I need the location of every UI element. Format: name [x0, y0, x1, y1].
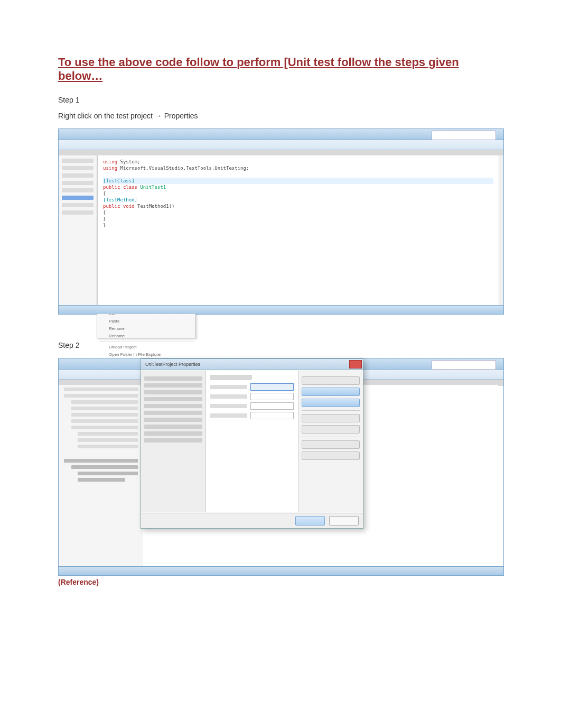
context-menu-item[interactable]: Unload Project	[97, 344, 195, 351]
solution-explorer[interactable]	[59, 385, 144, 567]
dialog-section-title	[210, 375, 252, 380]
dialog-nav-item[interactable]	[144, 397, 202, 401]
assembly-name-input[interactable]	[250, 383, 294, 391]
context-menu-item[interactable]: Open Folder in File Explorer	[97, 351, 195, 358]
step-1-desc: Right click on the test project → Proper…	[58, 112, 503, 120]
code-attribute: [TestClass]	[103, 178, 135, 183]
icon-manifest-button[interactable]	[302, 414, 360, 422]
assembly-info-button[interactable]	[302, 376, 360, 385]
dialog-footer	[141, 513, 363, 528]
step-1-label: Step 1	[58, 96, 503, 104]
code-text: }	[103, 216, 493, 222]
dialog-nav-item[interactable]	[144, 376, 202, 381]
screenshot-ide-properties-dialog: UnitTestProject Properties	[58, 358, 504, 576]
project-properties-dialog: UnitTestProject Properties	[141, 358, 363, 529]
target-framework-label	[210, 404, 247, 408]
close-button[interactable]	[349, 360, 362, 368]
dialog-nav-item[interactable]	[144, 411, 202, 415]
dialog-nav-item[interactable]	[144, 390, 202, 394]
namespace-label	[210, 394, 247, 399]
dialog-right-panel	[298, 371, 363, 512]
output-type-combo[interactable]	[250, 412, 294, 419]
code-keyword: public class	[103, 185, 137, 190]
assembly-name-label	[210, 385, 247, 389]
target-framework-combo[interactable]	[250, 402, 294, 410]
annotation-text: (Reference)	[58, 578, 503, 586]
ide-status-bar	[59, 305, 503, 314]
dialog-nav-item[interactable]	[144, 425, 202, 429]
ide-status-bar	[59, 566, 503, 575]
project-node-selected[interactable]	[62, 196, 94, 200]
code-text: {	[103, 190, 493, 197]
ok-button[interactable]	[295, 516, 325, 526]
dialog-main-panel	[206, 371, 298, 512]
code-text: }	[103, 222, 493, 228]
code-text: Microsoft.VisualStudio.TestTools.UnitTes…	[117, 165, 249, 171]
ide-menu-bar	[59, 140, 503, 150]
code-text: System;	[117, 159, 140, 164]
dialog-nav-item[interactable]	[144, 438, 202, 443]
dialog-nav-item[interactable]	[144, 383, 202, 388]
dialog-nav[interactable]	[141, 371, 206, 512]
screenshot-ide-context-menu: Build Rebuild Clean View Analyze Scope t…	[58, 128, 504, 315]
solution-explorer[interactable]	[59, 155, 97, 306]
code-editor[interactable]: using System; using Microsoft.VisualStud…	[97, 155, 499, 306]
code-attribute: [TestMethod]	[103, 197, 137, 202]
code-classname: UnitTest1	[137, 185, 166, 190]
dialog-title-text: UnitTestProject Properties	[145, 362, 200, 367]
code-text: {	[103, 209, 493, 216]
manifest-button[interactable]	[302, 440, 360, 449]
quick-launch-input[interactable]	[432, 131, 496, 140]
dialog-title-bar: UnitTestProject Properties	[141, 359, 363, 370]
view-windows-settings-button[interactable]	[302, 388, 360, 396]
context-menu-item[interactable]: Remove	[97, 325, 195, 333]
quick-launch-input[interactable]	[432, 360, 496, 370]
code-keyword: using	[103, 165, 117, 171]
icon-button[interactable]	[302, 425, 360, 434]
context-menu-item[interactable]: Paste	[97, 318, 195, 325]
code-text: TestMethod1()	[135, 204, 175, 209]
context-menu-item[interactable]: Rename	[97, 333, 195, 340]
code-keyword: using	[103, 159, 117, 164]
namespace-input[interactable]	[250, 393, 294, 400]
dialog-nav-item[interactable]	[144, 431, 202, 436]
resources-button[interactable]	[302, 399, 360, 407]
editor-scrollbar[interactable]	[499, 155, 503, 306]
output-type-label	[210, 413, 247, 418]
dialog-nav-item[interactable]	[144, 404, 202, 408]
resource-file-button[interactable]	[302, 451, 360, 460]
page-heading: To use the above code follow to perform …	[58, 56, 503, 83]
cancel-button[interactable]	[329, 516, 359, 526]
dialog-nav-item[interactable]	[144, 418, 202, 422]
code-keyword: public void	[103, 204, 135, 209]
